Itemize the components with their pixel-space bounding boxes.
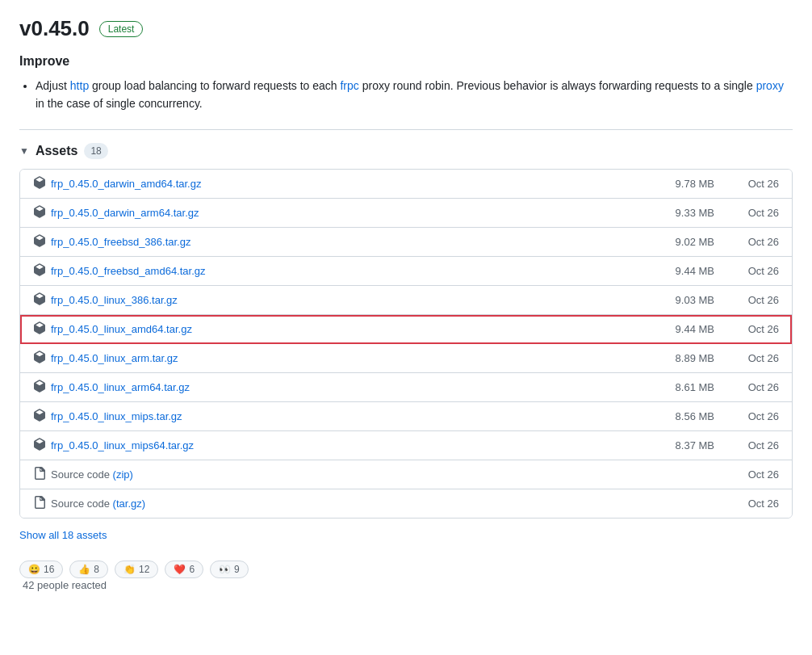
reaction-pill[interactable]: 👏12	[115, 561, 158, 578]
asset-date: Oct 26	[714, 207, 779, 219]
improve-list: Adjust http group load balancing to forw…	[19, 77, 793, 113]
asset-row: frp_0.45.0_darwin_amd64.tar.gz9.78 MBOct…	[20, 170, 792, 199]
reaction-emoji: 😀	[28, 564, 40, 575]
improve-section-title: Improve	[19, 54, 793, 69]
version-title: v0.45.0	[19, 16, 90, 41]
source-file-link[interactable]: Source code (tar.gz)	[51, 498, 145, 510]
reaction-count: 8	[94, 564, 99, 575]
reactions-bar: 😀16👍8👏12❤️6👀9	[19, 561, 793, 578]
assets-section: ▼ Assets 18 frp_0.45.0_darwin_amd64.tar.…	[19, 143, 793, 554]
asset-name-col: frp_0.45.0_freebsd_amd64.tar.gz	[33, 263, 634, 279]
asset-name-col: Source code (zip)	[33, 467, 634, 482]
latest-badge: Latest	[99, 21, 144, 37]
asset-date: Oct 26	[714, 439, 779, 451]
package-icon	[33, 438, 46, 453]
asset-date: Oct 26	[714, 410, 779, 422]
asset-file-link[interactable]: frp_0.45.0_darwin_amd64.tar.gz	[51, 178, 201, 190]
source-icon	[33, 496, 46, 511]
asset-file-link[interactable]: frp_0.45.0_linux_mips.tar.gz	[51, 410, 182, 422]
asset-file-link[interactable]: frp_0.45.0_linux_arm64.tar.gz	[51, 381, 190, 393]
reaction-emoji: 👀	[219, 564, 231, 575]
reaction-pill[interactable]: 😀16	[19, 561, 63, 578]
asset-file-link[interactable]: frp_0.45.0_linux_mips64.tar.gz	[51, 439, 194, 451]
asset-row: frp_0.45.0_linux_amd64.tar.gz9.44 MBOct …	[20, 315, 792, 344]
asset-name-col: frp_0.45.0_linux_arm.tar.gz	[33, 351, 634, 366]
show-all-assets-link[interactable]: Show all 18 assets	[19, 529, 107, 541]
package-icon	[33, 292, 46, 308]
source-file-link[interactable]: Source code (zip)	[51, 468, 133, 481]
assets-count-badge: 18	[84, 143, 107, 159]
asset-date: Oct 26	[714, 498, 779, 510]
asset-file-link[interactable]: frp_0.45.0_linux_386.tar.gz	[51, 294, 178, 306]
asset-size: 8.89 MB	[634, 352, 714, 364]
asset-name-col: frp_0.45.0_linux_mips.tar.gz	[33, 409, 634, 424]
asset-file-link[interactable]: frp_0.45.0_linux_arm.tar.gz	[51, 352, 178, 364]
asset-date: Oct 26	[714, 352, 779, 364]
assets-table: frp_0.45.0_darwin_amd64.tar.gz9.78 MBOct…	[19, 169, 793, 519]
asset-row: Source code (tar.gz)Oct 26	[20, 489, 792, 518]
asset-name-col: frp_0.45.0_linux_arm64.tar.gz	[33, 380, 634, 395]
asset-size: 9.03 MB	[634, 294, 714, 306]
asset-row: frp_0.45.0_freebsd_amd64.tar.gz9.44 MBOc…	[20, 257, 792, 286]
asset-file-link[interactable]: frp_0.45.0_linux_amd64.tar.gz	[51, 323, 192, 335]
asset-size: 9.44 MB	[634, 265, 714, 277]
package-icon	[33, 205, 46, 220]
assets-label: Assets	[36, 144, 77, 158]
asset-size: 8.56 MB	[634, 410, 714, 422]
asset-row: frp_0.45.0_freebsd_386.tar.gz9.02 MBOct …	[20, 228, 792, 257]
asset-name-col: frp_0.45.0_darwin_amd64.tar.gz	[33, 176, 634, 191]
asset-row: frp_0.45.0_linux_mips64.tar.gz8.37 MBOct…	[20, 431, 792, 460]
assets-header: ▼ Assets 18	[19, 143, 793, 159]
proxy-link[interactable]: proxy	[756, 79, 784, 92]
frpc-link[interactable]: frpc	[340, 79, 358, 92]
asset-file-link[interactable]: frp_0.45.0_freebsd_386.tar.gz	[51, 236, 190, 248]
asset-name-col: Source code (tar.gz)	[33, 496, 634, 511]
package-icon	[33, 351, 46, 366]
reaction-pill[interactable]: 👍8	[69, 561, 108, 578]
asset-size: 9.78 MB	[634, 178, 714, 190]
package-icon	[33, 234, 46, 250]
asset-row: frp_0.45.0_linux_arm.tar.gz8.89 MBOct 26	[20, 344, 792, 373]
http-link[interactable]: http	[70, 79, 89, 92]
asset-size: 9.02 MB	[634, 236, 714, 248]
package-icon	[33, 263, 46, 279]
asset-name-col: frp_0.45.0_darwin_arm64.tar.gz	[33, 205, 634, 220]
reaction-count: 9	[234, 564, 240, 575]
asset-date: Oct 26	[714, 468, 779, 481]
asset-date: Oct 26	[714, 294, 779, 306]
reaction-emoji: 👍	[78, 564, 90, 575]
reactions-total: 42 people reacted	[23, 579, 107, 591]
asset-row: frp_0.45.0_linux_386.tar.gz9.03 MBOct 26	[20, 286, 792, 315]
improve-bullet: Adjust http group load balancing to forw…	[36, 77, 793, 113]
asset-size: 8.37 MB	[634, 439, 714, 451]
asset-size: 8.61 MB	[634, 381, 714, 393]
asset-name-col: frp_0.45.0_linux_mips64.tar.gz	[33, 438, 634, 453]
package-icon	[33, 409, 46, 424]
reaction-pill[interactable]: ❤️6	[165, 561, 203, 578]
asset-size: 9.44 MB	[634, 323, 714, 335]
asset-date: Oct 26	[714, 265, 779, 277]
asset-file-link[interactable]: frp_0.45.0_darwin_arm64.tar.gz	[51, 207, 199, 219]
version-header: v0.45.0 Latest	[19, 16, 793, 41]
reaction-emoji: ❤️	[174, 564, 186, 575]
asset-file-link[interactable]: frp_0.45.0_freebsd_amd64.tar.gz	[51, 265, 206, 277]
asset-size: 9.33 MB	[634, 207, 714, 219]
asset-row: frp_0.45.0_linux_arm64.tar.gz8.61 MBOct …	[20, 373, 792, 402]
triangle-icon: ▼	[19, 145, 29, 157]
asset-name-col: frp_0.45.0_linux_amd64.tar.gz	[33, 321, 634, 337]
package-icon	[33, 380, 46, 395]
asset-name-col: frp_0.45.0_linux_386.tar.gz	[33, 292, 634, 308]
improve-section: Improve Adjust http group load balancing…	[19, 54, 793, 113]
asset-date: Oct 26	[714, 381, 779, 393]
source-icon	[33, 467, 46, 482]
reaction-pill[interactable]: 👀9	[210, 561, 249, 578]
reaction-count: 12	[139, 564, 149, 575]
asset-date: Oct 26	[714, 178, 779, 190]
section-divider	[19, 129, 793, 130]
reaction-count: 16	[44, 564, 54, 575]
asset-row: frp_0.45.0_darwin_arm64.tar.gz9.33 MBOct…	[20, 199, 792, 228]
asset-date: Oct 26	[714, 236, 779, 248]
asset-name-col: frp_0.45.0_freebsd_386.tar.gz	[33, 234, 634, 250]
asset-row: Source code (zip)Oct 26	[20, 460, 792, 489]
reaction-count: 6	[189, 564, 195, 575]
